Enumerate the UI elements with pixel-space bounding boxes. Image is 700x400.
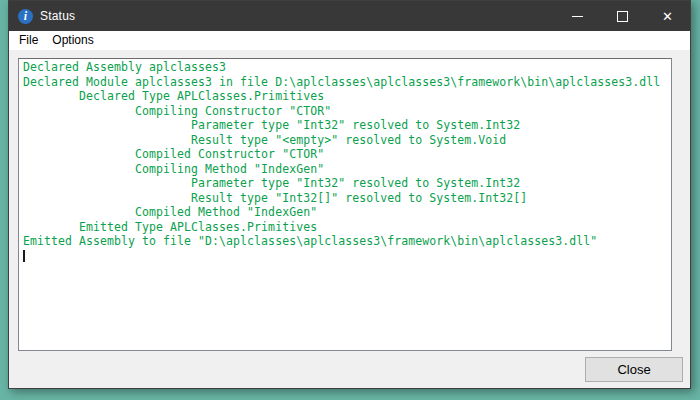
info-icon: i [18, 9, 33, 24]
maximize-icon [617, 11, 628, 22]
info-icon-glyph: i [24, 9, 27, 24]
menu-item-options[interactable]: Options [45, 32, 100, 49]
menu-bar: File Options [9, 31, 690, 50]
close-icon: ✕ [662, 10, 673, 23]
log-textarea[interactable]: Declared Assembly aplclasses3 Declared M… [18, 58, 672, 351]
log-text: Declared Assembly aplclasses3 Declared M… [19, 59, 671, 249]
text-caret [23, 250, 25, 262]
minimize-button[interactable] [555, 1, 600, 31]
window-controls: ✕ [555, 1, 690, 31]
minimize-icon [572, 16, 583, 17]
maximize-button[interactable] [600, 1, 645, 31]
titlebar[interactable]: i Status ✕ [9, 1, 690, 31]
window-title: Status [40, 9, 75, 23]
footer: Close [9, 351, 690, 388]
close-window-button[interactable]: ✕ [645, 1, 690, 31]
window-body: Declared Assembly aplclasses3 Declared M… [9, 50, 690, 388]
close-button[interactable]: Close [585, 357, 683, 382]
status-window: i Status ✕ File Options Declared Assembl… [8, 0, 691, 389]
menu-item-file[interactable]: File [12, 32, 45, 49]
